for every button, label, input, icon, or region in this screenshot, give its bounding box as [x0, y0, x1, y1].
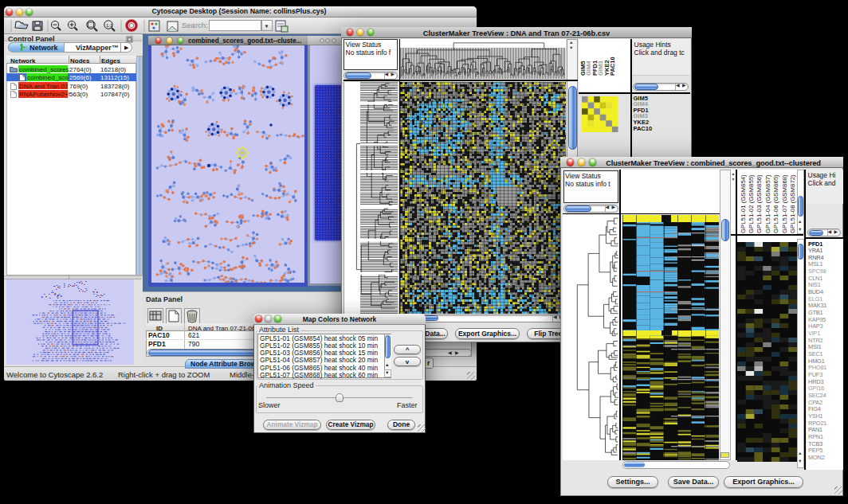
svg-text:GPL51-07 (GSM868): GPL51-07 (GSM868) [781, 174, 788, 233]
svg-text:PAC10: PAC10 [609, 57, 616, 76]
svg-text:GPL51-01 (GSM854): GPL51-01 (GSM854) [740, 174, 747, 233]
svg-text:GPL51-08 (GSM872): GPL51-08 (GSM872) [789, 174, 796, 233]
svg-text:GPL51-02 (GSM855): GPL51-02 (GSM855) [748, 174, 755, 233]
svg-text:GPL51-04 (GSM857): GPL51-04 (GSM857) [764, 174, 771, 233]
svg-text:GPL51-06 (GSM865): GPL51-06 (GSM865) [772, 174, 779, 233]
svg-text:1:1: 1:1 [106, 23, 113, 28]
svg-text:GPL51-03 (GSM856): GPL51-03 (GSM856) [756, 174, 763, 233]
